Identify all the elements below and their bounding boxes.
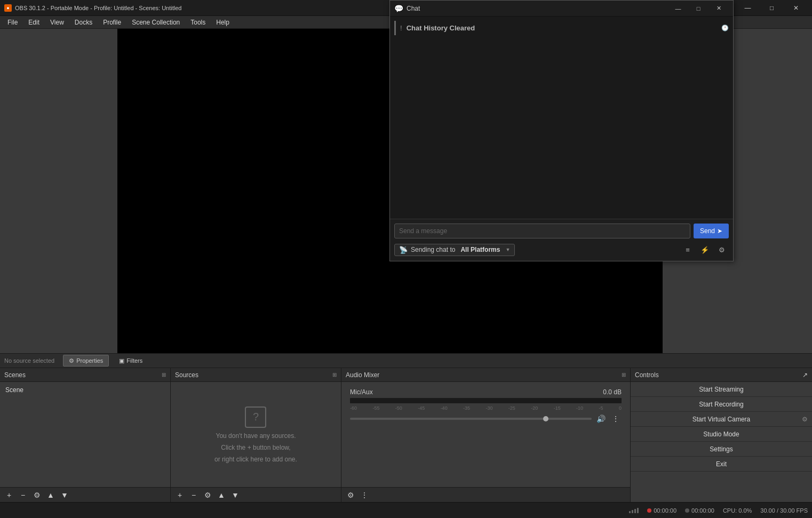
bar1: [629, 511, 631, 513]
fps-label: 30.00 / 30.00 FPS: [760, 507, 808, 514]
volume-slider[interactable]: [350, 418, 592, 420]
studio-mode-button[interactable]: Studio Mode: [631, 427, 812, 442]
start-recording-button[interactable]: Start Recording: [631, 397, 812, 412]
filters-label: Filters: [126, 357, 142, 364]
cpu-label: CPU: 0.0%: [723, 507, 752, 514]
chat-minimize-button[interactable]: —: [668, 1, 688, 17]
scenes-filter-button[interactable]: ⚙: [31, 489, 43, 501]
scenes-collapse-icon[interactable]: ⊞: [162, 372, 166, 378]
sources-down-button[interactable]: ▼: [229, 489, 241, 501]
close-button[interactable]: ✕: [784, 0, 808, 16]
title-bar-left: ● OBS 30.1.2 - Portable Mode - Profile: …: [4, 4, 181, 12]
properties-bar: No source selected ⚙ Properties ▣ Filter…: [0, 353, 812, 368]
scenes-down-button[interactable]: ▼: [59, 489, 70, 501]
sources-header: Sources ⊞: [171, 368, 341, 382]
menu-profile[interactable]: Profile: [98, 16, 126, 29]
chat-window: 💬 Chat — □ ✕ ! Chat History Cleared 🕐 Se…: [389, 0, 734, 261]
sources-title: Sources: [175, 371, 198, 379]
bar2: [632, 510, 633, 513]
audio-title: Audio Mixer: [346, 371, 379, 379]
chat-settings-button[interactable]: ⚙: [715, 243, 729, 257]
volume-handle[interactable]: [543, 416, 548, 421]
tab-filters[interactable]: ▣ Filters: [113, 355, 148, 366]
bottom-section: Scenes ⊞ Scene + − ⚙ ▲ ▼: [0, 368, 812, 502]
exit-button[interactable]: Exit: [631, 457, 812, 472]
app-icon: ●: [4, 4, 12, 12]
sources-up-button[interactable]: ▲: [216, 489, 227, 501]
menu-docks[interactable]: Docks: [69, 16, 98, 29]
menu-scene-collection[interactable]: Scene Collection: [126, 16, 185, 29]
sources-remove-button[interactable]: −: [188, 489, 200, 501]
settings-button[interactable]: Settings: [631, 442, 812, 457]
audio-mute-button[interactable]: 🔊: [595, 413, 607, 425]
status-bar: 00:00:00 00:00:00 CPU: 0.0% 30.00 / 30.0…: [0, 502, 812, 518]
chat-window-icon: 💬: [394, 4, 403, 13]
menu-edit[interactable]: Edit: [23, 16, 45, 29]
controls-title: Controls: [635, 371, 659, 379]
audio-meter-scale: -60-55-50-45-40-35-30-25-20-15-10-50: [350, 405, 622, 411]
window-title: OBS 30.1.2 - Portable Mode - Profile: Un…: [15, 5, 181, 11]
maximize-button[interactable]: □: [760, 0, 784, 16]
sources-collapse-icon[interactable]: ⊞: [332, 372, 337, 378]
chat-title-bar: 💬 Chat — □ ✕: [390, 1, 733, 17]
exit-label: Exit: [716, 460, 727, 468]
sources-add-button[interactable]: +: [174, 489, 186, 501]
start-virtual-camera-button[interactable]: Start Virtual Camera ⚙: [631, 412, 812, 427]
start-streaming-button[interactable]: Start Streaming: [631, 382, 812, 397]
menu-tools[interactable]: Tools: [185, 16, 211, 29]
menu-view[interactable]: View: [45, 16, 69, 29]
controls-header: Controls ↗: [631, 368, 812, 382]
controls-collapse-icon[interactable]: ↗: [802, 371, 808, 379]
chat-maximize-button[interactable]: □: [688, 1, 708, 17]
menu-file[interactable]: File: [2, 16, 23, 29]
filters-icon: ▣: [119, 357, 124, 364]
rec-time: 00:00:00: [654, 507, 676, 514]
scenes-footer: + − ⚙ ▲ ▼: [0, 487, 170, 502]
chat-filter-button[interactable]: ⚡: [698, 243, 712, 257]
scenes-header: Scenes ⊞: [0, 368, 170, 382]
audio-collapse-icon[interactable]: ⊞: [622, 372, 626, 378]
properties-label: Properties: [76, 357, 103, 364]
sources-filter-button[interactable]: ⚙: [202, 489, 213, 501]
scene-item[interactable]: Scene: [2, 384, 168, 396]
chat-close-button[interactable]: ✕: [708, 1, 729, 17]
virtual-camera-settings-icon[interactable]: ⚙: [802, 416, 808, 423]
audio-track-header: Mic/Aux 0.0 dB: [350, 388, 622, 396]
platform-selector[interactable]: 📡 Sending chat to All Platforms ▼: [394, 244, 515, 256]
chat-message-input[interactable]: [394, 224, 690, 238]
audio-menu-button[interactable]: ⋮: [610, 413, 622, 425]
scenes-add-button[interactable]: +: [3, 489, 15, 501]
chat-input-row: Send ➤: [394, 224, 729, 238]
audio-settings-button[interactable]: ⚙: [345, 489, 356, 501]
audio-track-mic: Mic/Aux 0.0 dB -60-55-50-45-40-35-30-25-…: [346, 385, 626, 428]
sources-body[interactable]: ? You don't have any sources. Click the …: [171, 382, 341, 487]
platform-icon: 📡: [399, 246, 408, 254]
send-icon: ➤: [717, 227, 722, 235]
network-bars-icon: [629, 508, 639, 513]
chat-send-button[interactable]: Send ➤: [694, 224, 729, 238]
minimize-button[interactable]: —: [736, 0, 760, 16]
bar3: [634, 509, 636, 513]
start-streaming-label: Start Streaming: [699, 386, 743, 393]
chat-history-text: Chat History Cleared: [407, 24, 475, 32]
title-bar-controls: — □ ✕: [736, 0, 808, 16]
status-fps: 30.00 / 30.00 FPS: [760, 507, 808, 514]
audio-menu-bottom-button[interactable]: ⋮: [359, 489, 370, 501]
menu-help[interactable]: Help: [211, 16, 235, 29]
tab-properties[interactable]: ⚙ Properties: [63, 355, 109, 366]
audio-track-db: 0.0 dB: [603, 388, 622, 396]
scenes-up-button[interactable]: ▲: [45, 489, 57, 501]
audio-mixer-panel: Audio Mixer ⊞ Mic/Aux 0.0 dB -60-55-50-: [341, 368, 631, 502]
chat-title-left: 💬 Chat: [394, 4, 420, 13]
scenes-panel: Scenes ⊞ Scene + − ⚙ ▲ ▼: [0, 368, 171, 502]
rec-dot-icon: [647, 508, 651, 513]
status-cpu: CPU: 0.0%: [723, 507, 752, 514]
scenes-remove-button[interactable]: −: [17, 489, 29, 501]
audio-header: Audio Mixer ⊞: [341, 368, 630, 382]
controls-panel: Controls ↗ Start Streaming Start Recordi…: [631, 368, 812, 502]
properties-icon: ⚙: [69, 357, 74, 364]
app-wrapper: ● OBS 30.1.2 - Portable Mode - Profile: …: [0, 0, 812, 518]
chat-list-button[interactable]: ≡: [681, 243, 695, 257]
chat-body: ! Chat History Cleared 🕐: [390, 17, 733, 219]
chat-actions: ≡ ⚡ ⚙: [681, 243, 729, 257]
